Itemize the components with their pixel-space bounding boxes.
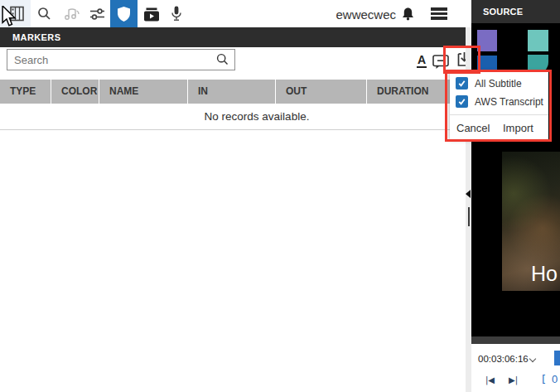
empty-table-message: No records available. <box>0 104 466 130</box>
shield-icon <box>118 7 130 22</box>
import-button[interactable]: Import <box>503 122 533 134</box>
option-label: AWS Transcript <box>475 96 543 108</box>
timecode-display[interactable]: 00:03:06:16 <box>478 354 529 364</box>
option-all-subtitle[interactable]: All Subtitle <box>456 77 522 90</box>
mouse-cursor <box>1 6 17 28</box>
preview-controls-area <box>471 344 560 392</box>
fx-icon <box>64 7 80 21</box>
column-header-color[interactable]: COLOR <box>51 80 99 104</box>
username[interactable]: ewwecwec <box>331 7 396 22</box>
column-header-type[interactable]: TYPE <box>0 80 51 104</box>
option-aws-transcript[interactable]: AWS Transcript <box>456 95 543 108</box>
checkbox-checked-icon[interactable] <box>456 95 468 108</box>
top-toolbar: ewwecwec <box>0 0 466 27</box>
previous-frame-button[interactable]: |◀ <box>485 375 495 385</box>
sliders-icon <box>89 7 105 21</box>
video-logo-purple-square <box>477 30 497 51</box>
popup-divider <box>450 114 548 115</box>
notifications-button[interactable] <box>398 0 417 27</box>
comment-marker-button[interactable] <box>432 53 449 70</box>
next-frame-button[interactable]: ▶| <box>509 375 518 385</box>
menu-icon <box>431 6 447 22</box>
video-subtitle-text: Ho <box>531 262 558 286</box>
subtitle-icon: A <box>417 54 427 68</box>
main-menu-button[interactable] <box>429 0 449 27</box>
collapse-panel-arrow-icon[interactable] <box>466 190 471 198</box>
shield-button-active[interactable] <box>110 0 138 27</box>
search-icon <box>37 7 51 21</box>
in-point-bracket: [ <box>542 373 546 385</box>
timecode-field-edge[interactable] <box>554 351 560 365</box>
microphone-button[interactable] <box>167 0 186 27</box>
markers-table-header: TYPE COLOR NAME IN OUT DURATION <box>0 80 466 104</box>
column-header-in[interactable]: IN <box>188 80 276 104</box>
markers-title: MARKERS <box>12 32 60 42</box>
video-logo-teal-square <box>528 30 548 51</box>
splitter-drag-handle[interactable] <box>468 207 470 226</box>
column-header-name[interactable]: NAME <box>99 80 188 104</box>
search-icon <box>216 53 229 65</box>
comment-icon <box>432 55 449 70</box>
search-input[interactable] <box>7 49 235 70</box>
import-options-popup: All Subtitle AWS Transcript Cancel Impor… <box>450 71 548 139</box>
video-library-icon <box>143 7 160 22</box>
subtitle-button[interactable]: A <box>417 51 427 68</box>
bell-icon <box>401 7 415 22</box>
toolbar-search-button[interactable] <box>35 0 53 27</box>
microphone-icon <box>171 6 182 22</box>
option-label: All Subtitle <box>475 78 522 90</box>
video-scrubber-bar[interactable] <box>471 336 560 344</box>
markers-search <box>7 49 235 70</box>
fx-button[interactable] <box>62 0 82 27</box>
markers-panel-header: MARKERS <box>0 27 466 47</box>
cancel-button[interactable]: Cancel <box>456 122 490 134</box>
partial-timecode-digit: 0 <box>552 373 558 385</box>
checkbox-checked-icon[interactable] <box>456 77 468 90</box>
video-library-button[interactable] <box>142 0 162 27</box>
column-header-out[interactable]: OUT <box>276 80 367 104</box>
sliders-button[interactable] <box>88 0 106 27</box>
application-window: ewwecwec MARKERS <box>0 0 560 392</box>
source-preview-header: SOURCE PREVIEW <box>471 0 560 23</box>
